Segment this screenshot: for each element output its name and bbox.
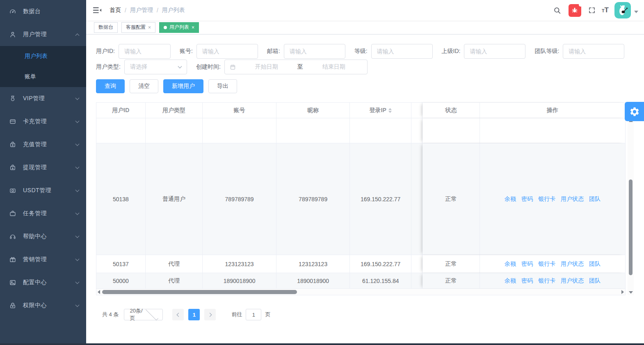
tags-view-bar: 数据台 客服配置 × 用户列表 × bbox=[86, 21, 644, 34]
col-header-login-ip[interactable]: 登录IP bbox=[350, 103, 411, 118]
sidebar-item-card-recharge[interactable]: 卡充管理 bbox=[0, 110, 86, 133]
tab-customer-service-config[interactable]: 客服配置 × bbox=[121, 22, 155, 33]
close-icon[interactable]: × bbox=[192, 25, 194, 30]
chevron-down-icon bbox=[75, 188, 80, 192]
sidebar-item-usdt-management[interactable]: USDT管理 bbox=[0, 179, 86, 202]
password-link[interactable]: 密码 bbox=[521, 196, 533, 203]
sidebar-item-vip-management[interactable]: VIP管理 bbox=[0, 87, 86, 110]
search-button[interactable]: 查询 bbox=[96, 79, 125, 93]
current-page-button[interactable]: 1 bbox=[188, 309, 200, 320]
sidebar-item-help-center[interactable]: 帮助中心 bbox=[0, 225, 86, 248]
sidebar-item-task-management[interactable]: 任务管理 bbox=[0, 202, 86, 225]
team-level-input[interactable] bbox=[563, 44, 624, 59]
scroll-left-arrow-icon[interactable] bbox=[96, 290, 101, 294]
sort-caret-icon[interactable] bbox=[388, 108, 392, 113]
cell-user-type: 代理 bbox=[146, 255, 203, 273]
sidebar-item-config-center[interactable]: 配置中心 bbox=[0, 271, 86, 294]
filter-label-email: 邮箱: bbox=[267, 48, 280, 55]
tab-user-list[interactable]: 用户列表 × bbox=[159, 22, 199, 33]
select-placeholder: 请选择 bbox=[130, 63, 178, 71]
jumper-suffix: 页 bbox=[265, 311, 270, 318]
cell-login-ip: 61.120.155.84 bbox=[350, 273, 411, 288]
bug-report-button[interactable] bbox=[569, 4, 581, 17]
sidebar-item-bills[interactable]: 账单 bbox=[0, 67, 86, 87]
sidebar-collapse-icon[interactable] bbox=[93, 6, 102, 14]
parent-id-input[interactable] bbox=[464, 44, 525, 59]
breadcrumb-home[interactable]: 首页 bbox=[110, 7, 121, 14]
end-date-placeholder[interactable]: 结束日期 bbox=[306, 63, 362, 71]
sidebar-item-user-list[interactable]: 用户列表 bbox=[0, 46, 86, 67]
page-content: 用户ID: 账号: 邮箱: 等级: 上级ID: bbox=[86, 34, 644, 345]
chevron-right-icon bbox=[208, 313, 212, 317]
vertical-scrollbar-thumb[interactable] bbox=[629, 179, 633, 275]
top-navbar: 首页 / 用户管理 / 用户列表 bbox=[86, 0, 644, 21]
chevron-down-icon bbox=[178, 64, 182, 68]
bank-card-link[interactable]: 银行卡 bbox=[538, 260, 555, 268]
start-date-placeholder[interactable]: 开始日期 bbox=[238, 63, 295, 71]
avatar[interactable] bbox=[614, 2, 631, 18]
filter-label-account: 账号: bbox=[180, 48, 193, 55]
col-header-nickname: 昵称 bbox=[276, 103, 350, 118]
close-icon[interactable]: × bbox=[148, 25, 151, 30]
email-input[interactable] bbox=[284, 44, 345, 59]
account-input[interactable] bbox=[196, 44, 258, 59]
page-jumper-input[interactable] bbox=[246, 309, 261, 320]
chevron-down-icon bbox=[75, 142, 80, 146]
horizontal-scrollbar-thumb[interactable] bbox=[102, 290, 297, 294]
export-button[interactable]: 导出 bbox=[208, 79, 237, 93]
sidebar-item-label: VIP管理 bbox=[23, 95, 76, 102]
cell-account: 123123123 bbox=[203, 255, 276, 273]
scroll-down-arrow-icon[interactable] bbox=[629, 291, 633, 294]
sidebar-item-withdraw-management[interactable]: 提现管理 bbox=[0, 156, 86, 179]
password-link[interactable]: 密码 bbox=[521, 260, 533, 268]
clear-button[interactable]: 清空 bbox=[130, 79, 158, 93]
table-row: 50000 代理 1890018900 1890018900 61.120.15… bbox=[96, 273, 625, 289]
tab-dashboard[interactable]: 数据台 bbox=[94, 22, 118, 33]
balance-link[interactable]: 余额 bbox=[505, 277, 516, 285]
sidebar-item-permission-center[interactable]: 权限中心 bbox=[0, 294, 86, 317]
balance-link[interactable]: 余额 bbox=[505, 260, 516, 268]
team-link[interactable]: 团队 bbox=[589, 277, 601, 285]
add-user-button[interactable]: 新增用户 bbox=[163, 79, 203, 93]
font-size-icon[interactable]: TT bbox=[602, 6, 609, 14]
sidebar-item-marketing-management[interactable]: 营销管理 bbox=[0, 248, 86, 271]
chevron-down-icon bbox=[75, 119, 80, 123]
next-page-button[interactable] bbox=[204, 309, 216, 320]
user-status-link[interactable]: 用户状态 bbox=[561, 196, 584, 203]
user-type-select[interactable]: 请选择 bbox=[124, 60, 187, 74]
gear-icon bbox=[629, 106, 640, 117]
search-icon[interactable] bbox=[553, 7, 561, 14]
fullscreen-icon[interactable] bbox=[588, 7, 596, 14]
user-id-input[interactable] bbox=[119, 44, 171, 59]
password-link[interactable]: 密码 bbox=[521, 277, 533, 285]
cell-operations: 余额 密码 银行卡 用户状态 团队 bbox=[480, 273, 625, 288]
level-input[interactable] bbox=[371, 44, 433, 59]
page-size-value: 20条/页 bbox=[130, 307, 144, 322]
scroll-right-arrow-icon[interactable] bbox=[620, 290, 625, 294]
sidebar-item-user-management[interactable]: 用户管理 bbox=[0, 23, 86, 46]
user-status-link[interactable]: 用户状态 bbox=[561, 277, 584, 285]
filter-label-user-type: 用户类型: bbox=[96, 63, 121, 71]
sidebar-item-recharge-management[interactable]: 充值管理 bbox=[0, 133, 86, 156]
vertical-scrollbar[interactable] bbox=[628, 118, 634, 295]
cell-user-type: 代理 bbox=[146, 273, 203, 288]
balance-link[interactable]: 余额 bbox=[505, 196, 516, 203]
bank-card-link[interactable]: 银行卡 bbox=[538, 196, 555, 203]
col-header-account: 账号 bbox=[203, 103, 276, 118]
create-time-range-picker[interactable]: 开始日期 至 结束日期 bbox=[224, 60, 368, 74]
task-icon bbox=[9, 210, 16, 217]
cell-nickname: 123123123 bbox=[276, 255, 350, 273]
sidebar-item-dashboard[interactable]: 数据台 bbox=[0, 0, 86, 23]
settings-panel-button[interactable] bbox=[625, 102, 644, 121]
horizontal-scrollbar[interactable] bbox=[96, 289, 626, 295]
prev-page-button[interactable] bbox=[172, 309, 184, 320]
team-link[interactable]: 团队 bbox=[589, 196, 601, 203]
bank-card-link[interactable]: 银行卡 bbox=[538, 277, 555, 285]
cell-operations: 余额 密码 银行卡 用户状态 团队 bbox=[480, 143, 625, 255]
team-link[interactable]: 团队 bbox=[589, 260, 601, 268]
filter-label-create-time: 创建时间: bbox=[196, 63, 221, 71]
user-table: 用户ID 用户类型 账号 昵称 登录IP 状态 操作 bbox=[96, 102, 634, 295]
page-size-select[interactable]: 20条/页 bbox=[124, 309, 163, 320]
caret-down-icon[interactable] bbox=[634, 11, 638, 13]
user-status-link[interactable]: 用户状态 bbox=[561, 260, 584, 268]
